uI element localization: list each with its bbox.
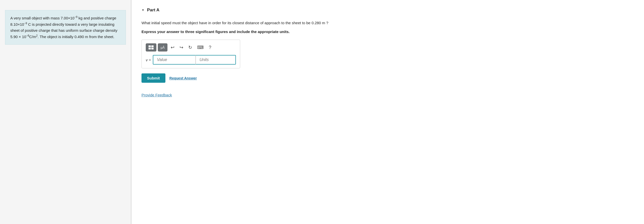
action-row: Submit Request Answer [141, 73, 634, 83]
undo-icon: ↩ [171, 45, 174, 50]
question-text: What initial speed must the object have … [141, 20, 634, 26]
request-answer-label: Request Answer [169, 76, 197, 80]
help-button[interactable]: ? [207, 44, 213, 51]
submit-button[interactable]: Submit [141, 73, 165, 83]
problem-box: A very small object with mass 7.00×10−9 … [5, 10, 126, 45]
answer-box: μÅ ↩ ↪ ↻ ⌨ ? v = [141, 40, 240, 68]
problem-text: A very small object with mass 7.00×10−9 … [10, 16, 117, 39]
keyboard-icon: ⌨ [197, 45, 204, 50]
units-input[interactable] [196, 55, 236, 65]
part-label: Part A [147, 8, 159, 13]
redo-icon: ↪ [180, 45, 183, 50]
instruction-text: Express your answer to three significant… [141, 29, 634, 35]
mu-label: μÅ [161, 46, 165, 49]
left-panel: A very small object with mass 7.00×10−9 … [0, 0, 131, 224]
grid-icon [149, 45, 154, 49]
part-header: ▼ Part A [141, 8, 634, 13]
right-panel: ▼ Part A What initial speed must the obj… [131, 0, 644, 224]
redo-button[interactable]: ↪ [178, 44, 185, 51]
request-answer-button[interactable]: Request Answer [169, 76, 197, 80]
help-icon: ? [209, 45, 211, 50]
grid-button[interactable] [146, 43, 156, 51]
provide-feedback-label: Provide Feedback [141, 93, 172, 97]
provide-feedback-button[interactable]: Provide Feedback [141, 93, 172, 97]
refresh-icon: ↻ [188, 45, 192, 50]
refresh-button[interactable]: ↻ [187, 44, 194, 51]
input-label: v = [146, 58, 151, 62]
input-row: v = [146, 55, 236, 65]
collapse-icon[interactable]: ▼ [141, 8, 145, 12]
mu-button[interactable]: μÅ [158, 43, 167, 51]
undo-button[interactable]: ↩ [169, 44, 176, 51]
keyboard-button[interactable]: ⌨ [195, 44, 205, 51]
provide-feedback-section: Provide Feedback [141, 93, 634, 97]
toolbar: μÅ ↩ ↪ ↻ ⌨ ? [146, 43, 236, 51]
value-input[interactable] [153, 55, 196, 65]
submit-label: Submit [147, 76, 160, 80]
